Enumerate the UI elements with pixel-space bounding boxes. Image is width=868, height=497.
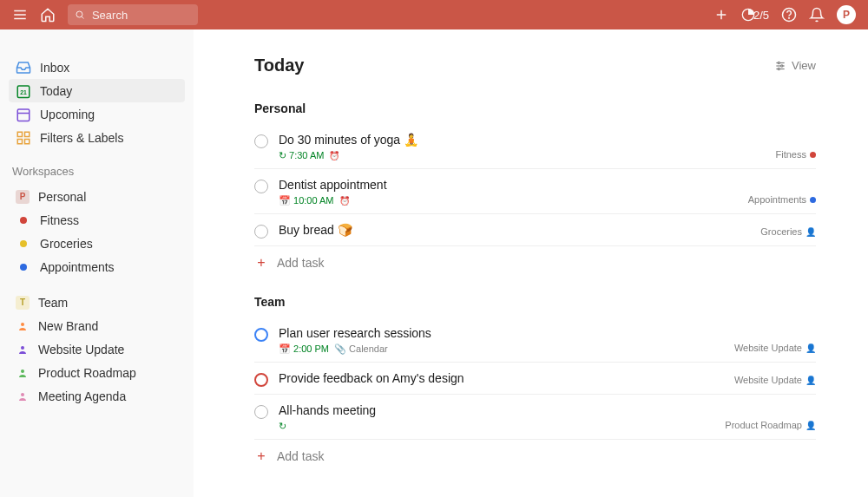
- workspace-badge: T: [16, 296, 30, 310]
- bell-icon[interactable]: [809, 7, 825, 23]
- sidebar-item-today[interactable]: 21 Today: [9, 79, 185, 102]
- project-label: Product Roadmap: [38, 366, 136, 380]
- task-body: All-hands meeting↻: [279, 403, 714, 432]
- task-meta: 📅 10:00 AM⏰: [279, 195, 738, 206]
- task-label-text: Fitness: [776, 149, 806, 160]
- task-body: Dentist appointment📅 10:00 AM⏰: [279, 178, 738, 206]
- task-label[interactable]: Groceries👤: [760, 226, 816, 237]
- sidebar-item-label: Today: [40, 84, 72, 98]
- svg-point-9: [789, 17, 790, 18]
- task-row[interactable]: Plan user research sessions📅 2:00 PM📎 Ca…: [254, 317, 816, 363]
- project-meeting-agenda[interactable]: Meeting Agenda: [9, 384, 185, 408]
- task-meta: ↻: [279, 421, 714, 432]
- task-label-text: Website Update: [734, 343, 802, 353]
- project-fitness[interactable]: Fitness: [9, 208, 185, 232]
- svg-rect-15: [25, 132, 30, 136]
- workspace-personal[interactable]: P Personal: [9, 185, 185, 208]
- svg-point-26: [781, 64, 783, 66]
- task-title: Plan user research sessions: [279, 326, 724, 340]
- add-task-button[interactable]: +Add task: [254, 440, 816, 480]
- sidebar-item-label: Upcoming: [40, 108, 95, 121]
- home-icon[interactable]: [40, 7, 56, 23]
- section-title: Personal: [254, 101, 816, 115]
- project-product-roadmap[interactable]: Product Roadmap: [9, 361, 185, 384]
- main-content: Today View PersonalDo 30 minutes of yoga…: [194, 29, 868, 497]
- task-row[interactable]: Do 30 minutes of yoga 🧘↻ 7:30 AM⏰Fitness: [254, 124, 816, 169]
- person-icon: [16, 391, 30, 402]
- task-time: 📅 10:00 AM: [279, 195, 334, 206]
- page-title: Today: [254, 56, 304, 75]
- progress-icon[interactable]: 2/5: [741, 8, 769, 22]
- task-title: Buy bread 🍞: [279, 223, 750, 237]
- svg-rect-16: [17, 139, 22, 143]
- sidebar-item-upcoming[interactable]: Upcoming: [9, 102, 185, 126]
- task-label-icon: 👤: [806, 421, 816, 430]
- add-task-button[interactable]: +Add task: [254, 246, 816, 286]
- sidebar: Inbox 21 Today Upcoming Filters & Labels…: [0, 29, 194, 497]
- search-box[interactable]: [68, 4, 198, 25]
- reminder-icon: ⏰: [329, 151, 339, 160]
- workspace-label: Personal: [38, 190, 86, 204]
- project-appointments[interactable]: Appointments: [9, 255, 185, 278]
- workspace-badge: P: [16, 190, 30, 204]
- svg-rect-12: [17, 109, 30, 121]
- project-label: Groceries: [40, 237, 93, 251]
- task-label[interactable]: Product Roadmap👤: [725, 420, 816, 430]
- task-time: 📅 2:00 PM: [279, 343, 329, 355]
- task-body: Plan user research sessions📅 2:00 PM📎 Ca…: [279, 326, 724, 355]
- svg-point-27: [778, 68, 779, 69]
- task-checkbox[interactable]: [254, 373, 268, 387]
- task-row[interactable]: All-hands meeting↻Product Roadmap👤: [254, 395, 816, 440]
- section-title: Team: [254, 295, 816, 309]
- avatar[interactable]: P: [837, 5, 856, 24]
- project-label: Appointments: [40, 260, 115, 274]
- task-checkbox[interactable]: [254, 225, 268, 239]
- upcoming-icon: [16, 107, 31, 122]
- svg-point-19: [21, 346, 24, 350]
- svg-point-21: [21, 393, 24, 396]
- project-label: Meeting Agenda: [38, 389, 126, 403]
- project-new-brand[interactable]: New Brand: [9, 314, 185, 337]
- menu-icon[interactable]: [12, 7, 28, 23]
- help-icon[interactable]: [781, 7, 797, 23]
- recurring-icon: ↻: [279, 421, 286, 432]
- project-groceries[interactable]: Groceries: [9, 232, 185, 255]
- task-label[interactable]: Website Update👤: [734, 375, 816, 385]
- task-checkbox[interactable]: [254, 328, 268, 342]
- task-title: All-hands meeting: [279, 403, 714, 417]
- project-label: Fitness: [40, 213, 79, 227]
- svg-line-4: [82, 16, 83, 18]
- project-color-dot: [20, 264, 27, 271]
- sidebar-item-label: Inbox: [40, 61, 69, 75]
- task-body: Do 30 minutes of yoga 🧘↻ 7:30 AM⏰: [279, 133, 766, 161]
- calendar-tag: 📎 Calendar: [334, 343, 388, 355]
- sidebar-item-filters[interactable]: Filters & Labels: [9, 126, 185, 149]
- svg-point-3: [76, 11, 82, 17]
- task-row[interactable]: Dentist appointment📅 10:00 AM⏰Appointmen…: [254, 169, 816, 214]
- svg-text:21: 21: [20, 88, 27, 95]
- svg-point-18: [21, 323, 24, 326]
- sidebar-item-inbox[interactable]: Inbox: [9, 56, 185, 79]
- task-checkbox[interactable]: [254, 180, 268, 193]
- task-body: Provide feedback on Amy's design: [279, 371, 724, 385]
- add-icon[interactable]: [713, 7, 729, 23]
- task-label[interactable]: Appointments: [748, 194, 816, 205]
- project-color-dot: [20, 240, 27, 247]
- task-body: Buy bread 🍞: [279, 223, 750, 237]
- task-label-text: Groceries: [760, 226, 802, 237]
- task-checkbox[interactable]: [254, 134, 268, 148]
- search-input[interactable]: [92, 9, 191, 22]
- task-row[interactable]: Buy bread 🍞Groceries👤: [254, 214, 816, 246]
- task-label[interactable]: Website Update👤: [734, 343, 816, 353]
- task-checkbox[interactable]: [254, 405, 268, 419]
- progress-count: 2/5: [753, 9, 769, 22]
- person-icon: [16, 368, 30, 378]
- view-button[interactable]: View: [774, 59, 816, 72]
- task-row[interactable]: Provide feedback on Amy's designWebsite …: [254, 363, 816, 395]
- svg-rect-17: [25, 139, 30, 143]
- task-label[interactable]: Fitness: [776, 149, 816, 160]
- task-label-dot: [810, 152, 816, 158]
- project-website-update[interactable]: Website Update: [9, 337, 185, 361]
- task-title: Do 30 minutes of yoga 🧘: [279, 133, 766, 147]
- workspace-team[interactable]: T Team: [9, 291, 185, 314]
